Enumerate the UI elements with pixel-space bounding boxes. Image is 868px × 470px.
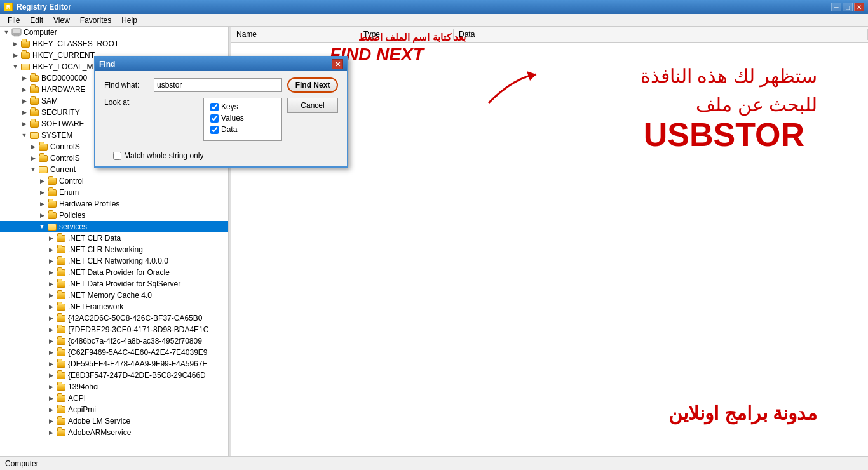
- expand-guid4[interactable]: ▶: [46, 347, 56, 358]
- tree-item-hkcr[interactable]: ▶ HKEY_CLASSES_ROOT: [0, 38, 228, 50]
- expand-bcd[interactable]: ▶: [19, 73, 29, 83]
- menu-view[interactable]: View: [48, 15, 75, 26]
- tree-item-net-oracle[interactable]: ▶ .NET Data Provider for Oracle: [0, 267, 228, 278]
- expand-computer[interactable]: ▼: [1, 27, 11, 37]
- tree-item-net-cache[interactable]: ▶ .NET Memory Cache 4.0: [0, 290, 228, 301]
- acpipmi-label: AcpiPmi: [68, 405, 96, 414]
- menu-favorites[interactable]: Favorites: [75, 15, 116, 26]
- folder-icon-net-clr-net: [56, 245, 66, 254]
- expand-hkcr[interactable]: ▶: [10, 39, 20, 49]
- expand-adobe-arm[interactable]: ▶: [46, 427, 56, 438]
- expand-net-clr-net4[interactable]: ▶: [46, 256, 56, 266]
- tree-item-services[interactable]: ▼ services: [0, 221, 228, 232]
- expand-1394ohci[interactable]: ▶: [46, 382, 56, 392]
- tree-item-1394ohci[interactable]: ▶ 1394ohci: [0, 381, 228, 393]
- tree-item-enum[interactable]: ▶ Enum: [0, 187, 228, 198]
- folder-icon-netfx: [56, 302, 66, 311]
- expand-adobe-lm[interactable]: ▶: [46, 416, 56, 426]
- tree-item-net-sql[interactable]: ▶ .NET Data Provider for SqlServer: [0, 278, 228, 290]
- expand-services[interactable]: ▼: [37, 222, 47, 232]
- guid2-label: {7DEDBE29-3CE0-4171-8D98-BDA4E1C: [68, 325, 208, 334]
- minimize-button[interactable]: ─: [831, 3, 841, 11]
- tree-item-acpipmi[interactable]: ▶ AcpiPmi: [0, 404, 228, 415]
- tree-item-guid5[interactable]: ▶ {DF595EF4-E478-4AA9-9F99-F4A5967E: [0, 358, 228, 370]
- adobe-lm-label: Adobe LM Service: [68, 417, 130, 426]
- tree-item-guid1[interactable]: ▶ {42AC2D6C-50C8-426C-BF37-CA65B0: [0, 312, 228, 324]
- guid4-label: {C62F9469-5A4C-4E60-A2E4-7E4039E9: [68, 348, 207, 357]
- expand-net-clr-data[interactable]: ▶: [46, 233, 56, 243]
- title-bar-buttons: ─ □ ✕: [831, 3, 864, 11]
- expand-hw-profiles[interactable]: ▶: [37, 199, 47, 209]
- dialog-title: Find: [99, 60, 115, 69]
- tree-item-control[interactable]: ▶ Control: [0, 175, 228, 187]
- folder-icon-services: [47, 222, 57, 231]
- tree-item-netfx[interactable]: ▶ .NETFramework: [0, 301, 228, 312]
- expand-guid1[interactable]: ▶: [46, 313, 56, 323]
- tree-item-guid3[interactable]: ▶ {c486bc7a-4f2c-4a8b-ac38-4952f70809: [0, 335, 228, 347]
- expand-cs2[interactable]: ▶: [28, 153, 38, 163]
- tree-item-adobe-arm[interactable]: ▶ AdobeARMservice: [0, 427, 228, 438]
- expand-guid6[interactable]: ▶: [46, 370, 56, 380]
- expand-guid5[interactable]: ▶: [46, 359, 56, 369]
- maximize-button[interactable]: □: [843, 3, 853, 11]
- expand-hardware[interactable]: ▶: [19, 84, 29, 95]
- folder-icon-system: [29, 131, 39, 140]
- expand-net-sql[interactable]: ▶: [46, 279, 56, 289]
- checkbox-group: Keys Values Data: [203, 98, 282, 141]
- folder-icon-hkcu: [20, 51, 31, 60]
- tree-item-net-clr-data[interactable]: ▶ .NET CLR Data: [0, 232, 228, 244]
- expand-cs1[interactable]: ▶: [28, 142, 38, 152]
- match-whole-checkbox[interactable]: [113, 152, 121, 160]
- folder-icon-guid6: [56, 371, 66, 380]
- expand-net-clr-net[interactable]: ▶: [46, 245, 56, 255]
- tree-item-guid6[interactable]: ▶ {E8D3F547-247D-42DE-B5C8-29C466D: [0, 370, 228, 381]
- find-what-input[interactable]: [154, 78, 282, 92]
- expand-hklm[interactable]: ▼: [10, 62, 20, 72]
- close-button[interactable]: ✕: [854, 3, 864, 11]
- expand-enum[interactable]: ▶: [37, 187, 47, 198]
- tree-item-policies[interactable]: ▶ Policies: [0, 210, 228, 221]
- tree-item-acpi[interactable]: ▶ ACPI: [0, 393, 228, 404]
- expand-guid3[interactable]: ▶: [46, 336, 56, 346]
- expand-ccs[interactable]: ▼: [28, 164, 38, 175]
- expand-software[interactable]: ▶: [19, 119, 29, 129]
- tree-item-guid2[interactable]: ▶ {7DEDBE29-3CE0-4171-8D98-BDA4E1C: [0, 324, 228, 335]
- tree-item-net-clr-net4[interactable]: ▶ .NET CLR Networking 4.0.0.0: [0, 255, 228, 267]
- expand-security[interactable]: ▶: [19, 107, 29, 117]
- find-what-row: Find what: Find Next: [104, 77, 338, 93]
- tree-item-net-clr-net[interactable]: ▶ .NET CLR Networking: [0, 244, 228, 255]
- expand-acpipmi[interactable]: ▶: [46, 405, 56, 415]
- col-name-header: Name: [231, 29, 358, 40]
- col-type-header: Type: [358, 29, 454, 40]
- folder-icon-guid3: [56, 337, 66, 346]
- tree-item-adobe-lm[interactable]: ▶ Adobe LM Service: [0, 415, 228, 427]
- expand-policies[interactable]: ▶: [37, 210, 47, 220]
- values-row: Values: [210, 114, 275, 123]
- expand-guid2[interactable]: ▶: [46, 325, 56, 335]
- find-next-button[interactable]: Find Next: [287, 77, 338, 93]
- data-checkbox[interactable]: [210, 126, 219, 134]
- find-what-label: Find what:: [104, 81, 149, 90]
- expand-net-cache[interactable]: ▶: [46, 290, 56, 300]
- expand-netfx[interactable]: ▶: [46, 302, 56, 312]
- folder-icon-hardware: [29, 85, 39, 94]
- expand-control[interactable]: ▶: [37, 176, 47, 186]
- expand-net-oracle[interactable]: ▶: [46, 267, 56, 278]
- net-clr-data-label: .NET CLR Data: [68, 234, 121, 243]
- expand-system[interactable]: ▼: [19, 130, 29, 140]
- expand-acpi[interactable]: ▶: [46, 393, 56, 403]
- tree-item-hw-profiles[interactable]: ▶ Hardware Profiles: [0, 198, 228, 210]
- folder-icon-net-oracle: [56, 268, 66, 277]
- expand-hkcu[interactable]: ▶: [10, 50, 20, 60]
- expand-sam[interactable]: ▶: [19, 96, 29, 106]
- menu-help[interactable]: Help: [116, 15, 142, 26]
- cancel-button[interactable]: Cancel: [287, 98, 338, 113]
- values-checkbox[interactable]: [210, 114, 219, 123]
- hkcr-label: HKEY_CLASSES_ROOT: [32, 39, 119, 48]
- dialog-close-button[interactable]: ✕: [332, 59, 343, 69]
- menu-edit[interactable]: Edit: [25, 15, 48, 26]
- menu-file[interactable]: File: [3, 15, 25, 26]
- tree-item-guid4[interactable]: ▶ {C62F9469-5A4C-4E60-A2E4-7E4039E9: [0, 347, 228, 358]
- tree-item-computer[interactable]: ▼ Computer: [0, 27, 228, 38]
- keys-checkbox[interactable]: [210, 103, 219, 111]
